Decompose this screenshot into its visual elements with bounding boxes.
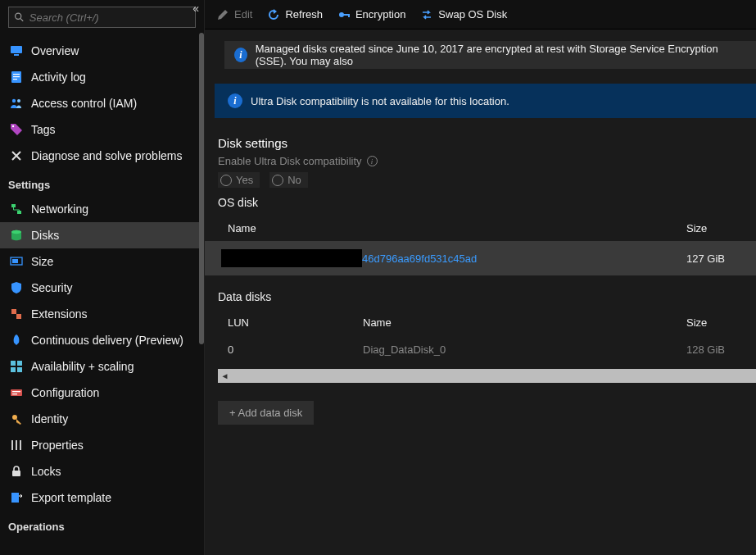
col-size: Size [686, 316, 756, 329]
search-input[interactable] [29, 11, 190, 24]
swap-icon [420, 8, 433, 21]
info-icon: i [234, 48, 247, 62]
sidebar-scrollbar[interactable] [197, 33, 204, 555]
svg-line-1 [20, 19, 23, 21]
os-disk-title: OS disk [205, 194, 756, 216]
nav-label: Tags [31, 123, 56, 136]
nav-continuous-delivery[interactable]: Continuous delivery (Preview) [0, 327, 204, 353]
svg-rect-3 [14, 54, 19, 56]
col-name: Name [228, 222, 686, 234]
section-settings: Settings [0, 169, 204, 196]
nav-identity[interactable]: Identity [0, 406, 204, 432]
svg-point-10 [12, 125, 14, 127]
banner-text: Managed disks created since June 10, 201… [256, 43, 746, 67]
section-operations: Operations [0, 511, 204, 538]
nav-label: Availability + scaling [31, 360, 134, 373]
svg-rect-19 [11, 361, 16, 366]
nav-label: Access control (IAM) [31, 97, 137, 110]
svg-rect-22 [17, 367, 22, 372]
nav-label: Configuration [31, 386, 99, 399]
disks-icon [10, 229, 23, 242]
svg-rect-28 [16, 440, 17, 450]
identity-icon [10, 412, 23, 425]
extensions-icon [10, 307, 23, 321]
nav-availability[interactable]: Availability + scaling [0, 353, 204, 380]
nav-access-control[interactable]: Access control (IAM) [0, 90, 204, 116]
info-icon[interactable]: i [367, 156, 378, 166]
nav-overview[interactable]: Overview [0, 38, 204, 64]
nav-label: Security [31, 281, 73, 294]
svg-rect-30 [12, 471, 20, 476]
nav-extensions[interactable]: Extensions [0, 301, 204, 327]
sidebar: « Overview Activity log Access control (… [0, 0, 205, 555]
collapse-sidebar-icon[interactable]: « [192, 2, 199, 15]
nav-export-template[interactable]: Export template [0, 484, 204, 511]
nav-label: Identity [31, 412, 68, 425]
nav-label: Diagnose and solve problems [31, 149, 182, 162]
svg-rect-7 [13, 79, 17, 80]
data-disk-row[interactable]: 0 Diag_DataDisk_0 128 GiB [205, 335, 756, 364]
encryption-button[interactable]: Encryption [337, 8, 405, 21]
add-data-disk-button[interactable]: + Add data disk [218, 401, 314, 425]
nav-security[interactable]: Security [0, 275, 204, 301]
nav-label: Extensions [31, 307, 87, 321]
svg-rect-5 [13, 74, 20, 75]
activity-log-icon [10, 71, 23, 84]
radio-yes[interactable]: Yes [218, 172, 260, 188]
search-box[interactable] [8, 7, 196, 28]
horizontal-scrollbar[interactable]: ◄ [218, 369, 756, 383]
nav-properties[interactable]: Properties [0, 432, 204, 458]
info-icon: i [228, 93, 242, 108]
nav-size[interactable]: Size [0, 248, 204, 275]
shield-icon [10, 281, 23, 294]
col-name: Name [363, 316, 686, 329]
pencil-icon [216, 8, 229, 21]
svg-rect-20 [17, 361, 22, 366]
nav-label: Overview [31, 44, 79, 57]
radio-no[interactable]: No [269, 172, 308, 188]
os-disk-row[interactable]: 46d796aa69fd531c45ad 127 GiB [205, 241, 756, 275]
search-icon [14, 11, 25, 23]
refresh-button[interactable]: Refresh [267, 8, 323, 21]
tools-icon [10, 149, 23, 162]
scroll-left-arrow[interactable]: ◄ [218, 369, 232, 383]
nav-label: Properties [31, 439, 84, 452]
nav-label: Continuous delivery (Preview) [31, 334, 183, 347]
data-disk-name: Diag_DataDisk_0 [363, 343, 686, 356]
nav-disks[interactable]: Disks [0, 222, 204, 248]
ultra-disk-radio-group: Yes No [205, 171, 756, 194]
svg-rect-6 [13, 76, 20, 77]
svg-point-14 [11, 230, 21, 234]
svg-rect-11 [11, 204, 16, 207]
nav-tags[interactable]: Tags [0, 116, 204, 143]
size-icon [10, 255, 23, 268]
nav-activity-log[interactable]: Activity log [0, 64, 204, 90]
ultra-disk-alert: i Ultra Disk compatibility is not availa… [215, 84, 756, 118]
col-size: Size [686, 222, 756, 234]
disk-settings-title: Disk settings [205, 136, 756, 155]
tag-icon [10, 123, 23, 136]
col-lun: LUN [228, 316, 363, 329]
svg-rect-21 [11, 367, 16, 372]
edit-button: Edit [216, 8, 252, 21]
data-disk-size: 128 GiB [686, 343, 756, 356]
svg-rect-18 [16, 314, 21, 319]
svg-rect-25 [12, 394, 17, 394]
export-icon [10, 491, 23, 504]
data-disks-title: Data disks [205, 275, 756, 310]
nav-label: Activity log [31, 71, 86, 84]
nav-configuration[interactable]: Configuration [0, 380, 204, 406]
os-disk-name-link[interactable]: 46d796aa69fd531c45ad [362, 252, 477, 265]
access-control-icon [10, 97, 23, 110]
svg-point-8 [12, 99, 16, 102]
info-banner: i Managed disks created since June 10, 2… [224, 41, 756, 69]
data-disks-table-header: LUN Name Size [205, 310, 756, 335]
svg-rect-12 [17, 211, 21, 214]
nav-label: Export template [31, 491, 111, 504]
nav-networking[interactable]: Networking [0, 196, 204, 222]
rocket-icon [10, 334, 23, 347]
nav-diagnose[interactable]: Diagnose and solve problems [0, 143, 204, 169]
svg-point-9 [17, 99, 20, 102]
nav-locks[interactable]: Locks [0, 458, 204, 484]
swap-os-disk-button[interactable]: Swap OS Disk [420, 8, 507, 21]
